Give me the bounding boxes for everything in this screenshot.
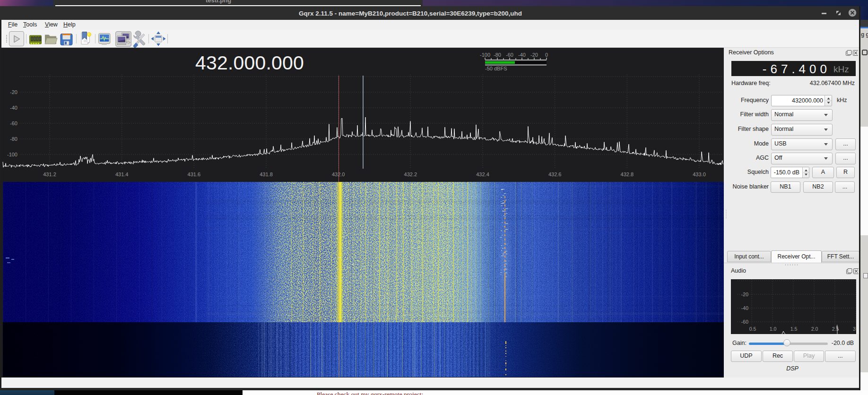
svg-text:3: 3 [853,326,856,332]
svg-text:-40: -40 [741,305,748,311]
svg-text:-40: -40 [10,105,17,111]
svg-text:-60: -60 [741,319,748,325]
svg-text:432.8: 432.8 [621,172,634,177]
svg-text:0: 0 [545,52,548,58]
svg-text:-20: -20 [530,52,538,58]
svg-text:-50 dBFS: -50 dBFS [485,66,507,71]
svg-text:432.6: 432.6 [548,172,562,177]
svg-text:431.4: 431.4 [115,172,129,177]
svg-text:0.5: 0.5 [749,326,756,332]
svg-text:-60: -60 [506,52,513,58]
svg-text:-80: -80 [494,52,501,58]
svg-text:-40: -40 [518,52,526,58]
svg-text:432.4: 432.4 [476,172,489,177]
svg-text:431.8: 431.8 [260,172,273,177]
svg-text:-20: -20 [10,89,17,95]
svg-text:432.2: 432.2 [404,172,417,177]
svg-text:-100: -100 [7,152,17,157]
svg-text:1.0: 1.0 [770,326,777,332]
svg-text:-20: -20 [741,292,748,297]
svg-text:-60: -60 [10,120,17,126]
svg-text:-80: -80 [10,136,17,142]
svg-text:431.6: 431.6 [188,172,201,177]
svg-text:431.2: 431.2 [43,172,56,177]
svg-text:433.0: 433.0 [693,172,706,177]
svg-text:1.5: 1.5 [790,326,798,332]
svg-text:2.0: 2.0 [811,326,818,332]
svg-text:-100: -100 [480,52,490,58]
